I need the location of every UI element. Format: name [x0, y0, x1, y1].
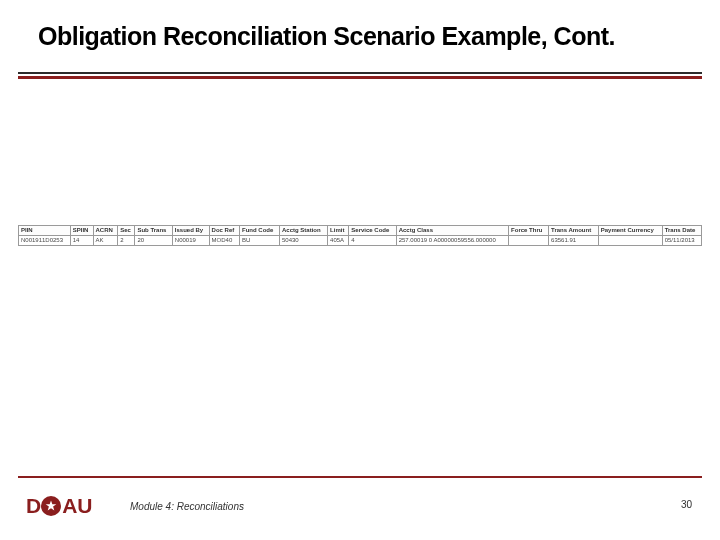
logo-letters-au: AU [62, 494, 92, 518]
col-issuedby: Issued By [172, 226, 209, 236]
cell-subtrans: 20 [135, 236, 172, 246]
footer-rule [18, 476, 702, 478]
col-sec: Sec [118, 226, 135, 236]
cell-fundcode: BU [240, 236, 280, 246]
col-subtrans: Sub Trans [135, 226, 172, 236]
cell-acctgstation: 50430 [279, 236, 327, 246]
cell-transamount: 63561.91 [549, 236, 599, 246]
page-title: Obligation Reconciliation Scenario Examp… [38, 22, 615, 51]
cell-paymentcurrency [598, 236, 662, 246]
col-limit: Limit [328, 226, 349, 236]
logo-letter-d: D [26, 494, 40, 518]
cell-piin: N001911D0253 [19, 236, 71, 246]
cell-transdate: 05/11/2013 [662, 236, 701, 246]
col-forcethru: Force Thru [509, 226, 549, 236]
col-transamount: Trans Amount [549, 226, 599, 236]
header-rule-dark [18, 72, 702, 74]
col-acrn: ACRN [93, 226, 118, 236]
table-row: N001911D0253 14 AK 2 20 N00019 MOD40 BU … [19, 236, 702, 246]
col-servicecode: Service Code [349, 226, 396, 236]
col-acctgstation: Acctg Station [279, 226, 327, 236]
cell-limit: 405A [328, 236, 349, 246]
header-rule-red [18, 76, 702, 79]
col-fundcode: Fund Code [240, 226, 280, 236]
svg-marker-0 [46, 501, 57, 511]
col-transdate: Trans Date [662, 226, 701, 236]
data-table-wrap: PIIN SPIIN ACRN Sec Sub Trans Issued By … [18, 225, 702, 246]
cell-servicecode: 4 [349, 236, 396, 246]
slide: Obligation Reconciliation Scenario Examp… [0, 0, 720, 540]
dau-logo: D AU [26, 494, 93, 518]
col-docref: Doc Ref [209, 226, 239, 236]
cell-acrn: AK [93, 236, 118, 246]
cell-spiin: 14 [70, 236, 93, 246]
col-paymentcurrency: Payment Currency [598, 226, 662, 236]
page-number: 30 [681, 499, 692, 510]
cell-acctgclass: 257.00019 0 A00000059556.000000 [396, 236, 508, 246]
cell-docref: MOD40 [209, 236, 239, 246]
cell-forcethru [509, 236, 549, 246]
module-label: Module 4: Reconciliations [130, 501, 244, 512]
col-acctgclass: Acctg Class [396, 226, 508, 236]
table-header-row: PIIN SPIIN ACRN Sec Sub Trans Issued By … [19, 226, 702, 236]
footer: D AU Module 4: Reconciliations 30 [18, 482, 702, 522]
data-table: PIIN SPIIN ACRN Sec Sub Trans Issued By … [18, 225, 702, 246]
col-spiin: SPIIN [70, 226, 93, 236]
star-icon [41, 496, 61, 516]
col-piin: PIIN [19, 226, 71, 236]
cell-issuedby: N00019 [172, 236, 209, 246]
cell-sec: 2 [118, 236, 135, 246]
